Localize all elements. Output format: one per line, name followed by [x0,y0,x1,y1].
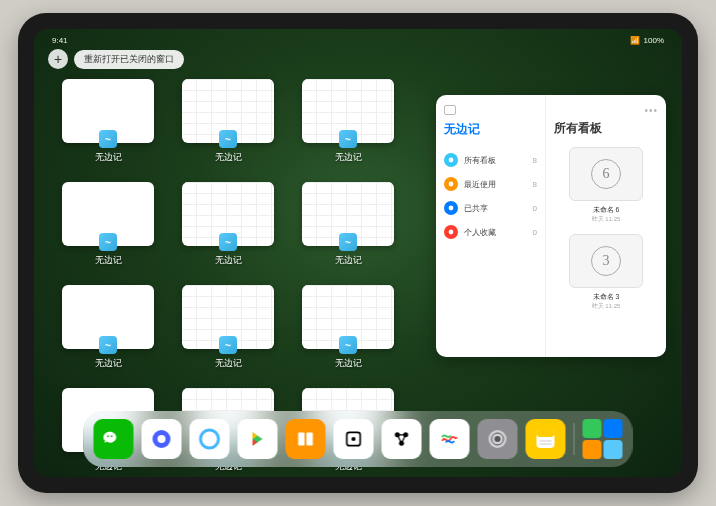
right-title: 所有看板 [554,120,658,137]
notes-app-icon[interactable] [526,419,566,459]
category-label: 个人收藏 [464,227,527,238]
window-preview [182,79,274,143]
window-thumb[interactable]: 无边记 [58,285,158,370]
category-icon [444,201,458,215]
category-label: 所有看板 [464,155,527,166]
window-preview [62,79,154,143]
window-label: 无边记 [215,357,242,370]
window-label: 无边记 [215,151,242,164]
new-window-button[interactable]: + [48,49,68,69]
freeform-app-icon [339,336,357,354]
reopen-label: 重新打开已关闭的窗口 [84,54,174,64]
category-item[interactable]: 所有看板8 [444,148,537,172]
freeform-app-icon [99,233,117,251]
dock [84,411,633,467]
window-thumb[interactable]: 无边记 [298,79,398,164]
category-list: 所有看板8最近使用8已共享0个人收藏0 [444,148,537,244]
category-item[interactable]: 个人收藏0 [444,220,537,244]
svg-point-18 [495,436,501,442]
window-label: 无边记 [215,254,242,267]
app-sidebar-panel[interactable]: 无边记 所有看板8最近使用8已共享0个人收藏0 ••• 所有看板 6未命名 6昨… [436,95,666,357]
board-name: 未命名 3 [554,292,658,302]
sidebar-right: ••• 所有看板 6未命名 6昨天 11:253未命名 3昨天 11:25 [546,95,666,357]
window-label: 无边记 [335,254,362,267]
board-glyph: 3 [591,246,621,276]
window-thumb[interactable]: 无边记 [178,182,278,267]
play-app-icon[interactable] [238,419,278,459]
plus-icon: + [54,51,62,67]
freeform-app-icon [219,130,237,148]
settings-app-icon[interactable] [478,419,518,459]
category-item[interactable]: 已共享0 [444,196,537,220]
svg-point-8 [201,430,219,448]
quark-app-icon[interactable] [142,419,182,459]
sidebar-left: 无边记 所有看板8最近使用8已共享0个人收藏0 [436,95,546,357]
status-time: 9:41 [52,36,68,45]
qqbrowser-app-icon[interactable] [190,419,230,459]
svg-rect-10 [306,433,312,446]
window-thumb[interactable]: 无边记 [298,182,398,267]
svg-point-2 [449,206,454,211]
status-bar: 9:41 📶 100% [34,33,682,47]
window-preview [62,285,154,349]
window-thumb[interactable]: 无边记 [178,79,278,164]
board-preview: 3 [569,234,643,288]
sidebar-toggle-icon[interactable] [444,105,456,115]
board-card[interactable]: 6未命名 6昨天 11:25 [554,147,658,224]
category-count: 0 [533,228,537,237]
wifi-icon: 📶 [630,36,640,45]
more-icon[interactable]: ••• [554,105,658,116]
freeform-app-icon[interactable] [430,419,470,459]
reopen-closed-window-button[interactable]: 重新打开已关闭的窗口 [74,50,184,69]
wechat-app-icon[interactable] [94,419,134,459]
window-label: 无边记 [95,357,122,370]
category-icon [444,153,458,167]
connect-app-icon[interactable] [382,419,422,459]
category-label: 已共享 [464,203,527,214]
category-icon [444,177,458,191]
ipad-frame: 9:41 📶 100% + 重新打开已关闭的窗口 无边记无边记无边记无边记无边记… [18,13,698,493]
window-preview [302,182,394,246]
panel-toolbar [444,105,537,115]
window-thumb[interactable]: 无边记 [58,79,158,164]
category-count: 0 [533,204,537,213]
screen: 9:41 📶 100% + 重新打开已关闭的窗口 无边记无边记无边记无边记无边记… [34,29,682,477]
svg-point-3 [449,230,454,235]
board-name: 未命名 6 [554,205,658,215]
dock-recent-apps[interactable] [583,419,623,459]
svg-point-0 [449,158,454,163]
svg-point-5 [111,435,113,437]
status-right: 📶 100% [630,36,664,45]
svg-point-7 [158,435,166,443]
window-preview [182,285,274,349]
board-date: 昨天 11:25 [554,302,658,311]
freeform-app-icon [219,233,237,251]
books-app-icon[interactable] [286,419,326,459]
freeform-app-icon [339,130,357,148]
category-icon [444,225,458,239]
dock-separator [574,423,575,455]
svg-rect-9 [298,433,304,446]
freeform-app-icon [339,233,357,251]
freeform-app-icon [219,336,237,354]
svg-point-4 [107,435,109,437]
board-list: 6未命名 6昨天 11:253未命名 3昨天 11:25 [554,147,658,311]
top-controls: + 重新打开已关闭的窗口 [48,49,184,69]
svg-point-1 [449,182,454,187]
window-thumb[interactable]: 无边记 [298,285,398,370]
board-date: 昨天 11:25 [554,215,658,224]
category-item[interactable]: 最近使用8 [444,172,537,196]
category-count: 8 [533,156,537,165]
window-thumb[interactable]: 无边记 [178,285,278,370]
freeform-app-icon [99,336,117,354]
window-label: 无边记 [95,254,122,267]
window-preview [62,182,154,246]
category-label: 最近使用 [464,179,527,190]
window-preview [182,182,274,246]
dice-app-icon[interactable] [334,419,374,459]
board-card[interactable]: 3未命名 3昨天 11:25 [554,234,658,311]
window-thumb[interactable]: 无边记 [58,182,158,267]
freeform-app-icon [99,130,117,148]
panel-title: 无边记 [444,121,537,138]
svg-point-12 [351,437,355,441]
